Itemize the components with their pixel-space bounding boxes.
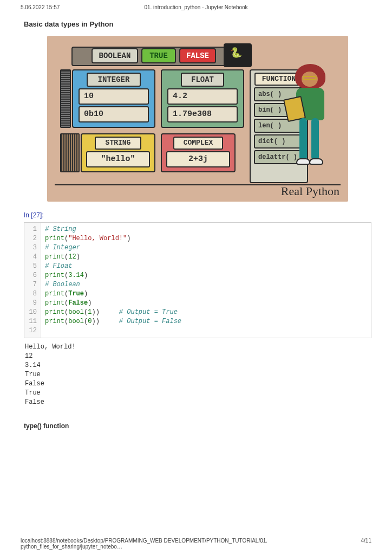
- complex-panel: COMPLEX 2+3j: [161, 133, 236, 172]
- float-panel: FLOAT 4.2 1.79e308: [161, 69, 244, 128]
- page-content: Basic data types in Python BOOLEAN TRUE …: [0, 10, 392, 430]
- complex-label: COMPLEX: [173, 137, 223, 150]
- complex-value: 2+3j: [166, 151, 230, 167]
- boolean-false-box: FALSE: [179, 48, 216, 63]
- line-number-gutter: 1 2 3 4 5 6 7 8 9 10 11 12: [24, 223, 41, 338]
- input-prompt: In [27]:: [24, 211, 371, 219]
- page-number: 4/11: [361, 538, 371, 550]
- footer-url: localhost:8888/notebooks/Desktop/PROGRAM…: [21, 538, 361, 550]
- integer-value-2: 0b10: [79, 106, 149, 122]
- person-illustration: [289, 64, 332, 183]
- subsection-heading: type() function: [24, 422, 371, 430]
- vent-block-1: [60, 69, 71, 128]
- page-footer: localhost:8888/notebooks/Desktop/PROGRAM…: [21, 538, 371, 550]
- integer-value-1: 10: [79, 88, 149, 105]
- string-value: "hello": [86, 151, 150, 167]
- document-title: 01. introduction_python - Jupyter Notebo…: [0, 4, 392, 10]
- float-value-1: 4.2: [167, 88, 238, 105]
- brand-text: Real Python: [281, 184, 339, 198]
- integer-label: INTEGER: [87, 73, 141, 87]
- python-logo-icon: 🐍: [230, 47, 242, 59]
- vent-block-2: [60, 133, 80, 172]
- section-heading: Basic data types in Python: [24, 20, 371, 28]
- string-label: STRING: [95, 137, 141, 150]
- integer-panel: INTEGER 10 0b10: [72, 69, 155, 128]
- code-content[interactable]: # String print("Hello, World!") # Intege…: [41, 223, 186, 338]
- code-cell[interactable]: 1 2 3 4 5 6 7 8 9 10 11 12 # String prin…: [24, 222, 371, 338]
- float-value-2: 1.79e308: [167, 106, 238, 122]
- boolean-label: BOOLEAN: [92, 48, 138, 63]
- string-panel: STRING "hello": [81, 133, 155, 172]
- page-header: 5.06.2022 15:57 01. introduction_python …: [0, 0, 392, 10]
- float-label: FLOAT: [181, 73, 224, 87]
- datatypes-illustration: BOOLEAN TRUE FALSE 🐍 INTEGER 10 0b10 FLO…: [47, 36, 348, 202]
- boolean-true-box: TRUE: [141, 48, 176, 63]
- cell-output: Hello, World! 12 3.14 True False True Fa…: [25, 343, 371, 407]
